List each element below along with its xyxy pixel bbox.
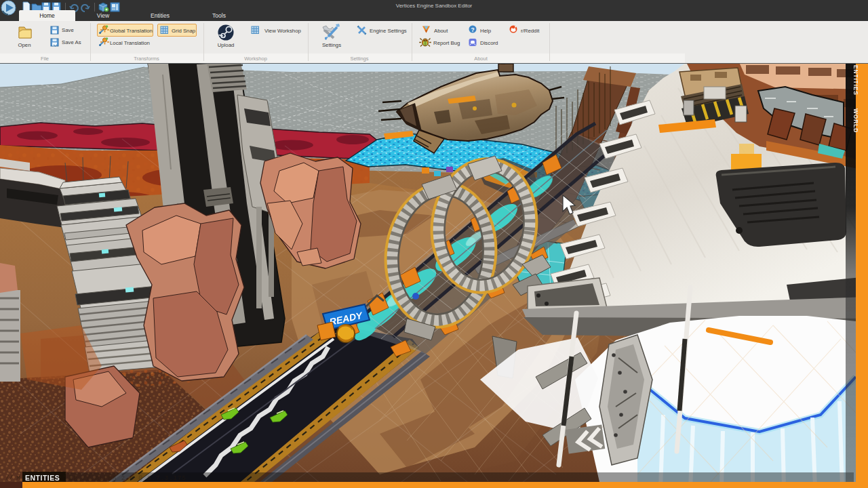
- svg-text:ENTITIES: ENTITIES: [852, 65, 859, 96]
- svg-text:WORLD: WORLD: [852, 108, 859, 133]
- svg-text:ER // ALPHA 2.0 @ 0.7.3.175: ER // ALPHA 2.0 @ 0.7.3.175: [69, 475, 186, 482]
- svg-text:// M: // M: [5, 475, 20, 482]
- svg-text:ENTITIES: ENTITIES: [25, 474, 60, 482]
- svg-text:?: ?: [471, 26, 474, 33]
